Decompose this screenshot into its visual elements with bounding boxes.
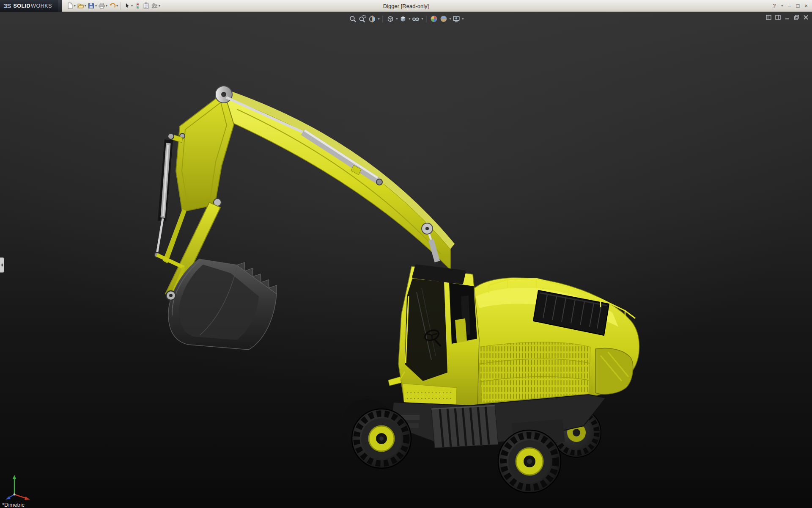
heads-up-view-toolbar: ▾ ▾ ▾ ▾ ▾ ▾ — [348, 14, 464, 23]
triad-y-axis — [13, 475, 16, 479]
triad-x-axis — [25, 497, 30, 500]
cab-side-window — [449, 283, 477, 344]
maximize-button[interactable]: □ — [796, 3, 800, 8]
save-button[interactable]: ▾ — [87, 1, 97, 11]
minimize-button[interactable]: – — [788, 3, 791, 8]
brand-name-light: WORKS — [31, 3, 52, 9]
section-view-caret[interactable]: ▾ — [378, 17, 379, 21]
bucket-linkage — [157, 255, 184, 268]
view-settings-button[interactable] — [452, 14, 461, 23]
titlebar-controls: ? ▾ – □ × — [773, 3, 812, 8]
save-caret[interactable]: ▾ — [95, 4, 97, 8]
reference-triad — [3, 468, 38, 501]
apply-scene-caret[interactable]: ▾ — [450, 17, 451, 21]
flyout-arrow-icon — [1, 263, 3, 267]
view-settings-caret[interactable]: ▾ — [462, 17, 464, 21]
digger-boom[interactable] — [176, 86, 455, 270]
display-style-button[interactable] — [398, 14, 407, 23]
brand-name-bold: SOLID — [13, 3, 30, 9]
rear-wheel[interactable] — [498, 430, 561, 493]
clipboard-button[interactable] — [142, 1, 150, 11]
model-digger[interactable] — [0, 12, 812, 508]
new-document-caret[interactable]: ▾ — [74, 4, 76, 8]
side-vent-grille — [478, 342, 590, 403]
close-button[interactable]: × — [804, 3, 808, 8]
digger-cab[interactable] — [388, 266, 479, 408]
zoom-to-area-button[interactable] — [358, 14, 367, 23]
undo-caret[interactable]: ▾ — [116, 4, 118, 8]
hide-show-items-button[interactable] — [411, 14, 420, 23]
document-title: Digger [Read-only] — [383, 3, 429, 9]
restore-left-pane-button[interactable] — [766, 15, 771, 21]
graphics-viewport[interactable]: ▾ ▾ ▾ ▾ ▾ ▾ — [0, 12, 812, 508]
open-caret[interactable]: ▾ — [85, 4, 86, 8]
view-orientation-button[interactable] — [386, 14, 395, 23]
select-button[interactable]: ▾ — [123, 1, 133, 11]
hide-show-items-caret[interactable]: ▾ — [422, 17, 423, 21]
view-orientation-label: *Dimetric — [2, 502, 25, 508]
display-style-caret[interactable]: ▾ — [409, 17, 410, 21]
help-button[interactable]: ? — [773, 3, 776, 8]
open-button[interactable]: ▾ — [77, 1, 87, 11]
digger-body[interactable] — [469, 278, 639, 408]
3ds-logo-icon: ЗS — [3, 2, 11, 9]
new-document-button[interactable]: ▾ — [66, 1, 76, 11]
solidworks-logo: ЗS SOLID WORKS — [0, 0, 58, 12]
boom-beam — [214, 97, 450, 270]
hud-separator-2 — [426, 16, 427, 22]
document-window-controls — [766, 15, 809, 21]
feature-manager-flyout-tab[interactable] — [0, 257, 4, 273]
cab-windshield — [405, 279, 447, 381]
view-orientation-caret[interactable]: ▾ — [396, 17, 398, 21]
zoom-to-fit-button[interactable] — [348, 14, 357, 23]
boom-head-plate — [176, 92, 234, 212]
xpress-tools-button[interactable] — [134, 1, 142, 11]
undo-button[interactable]: ▾ — [108, 1, 118, 11]
doc-minimize-button[interactable] — [785, 15, 790, 21]
solidworks-window: ЗS SOLID WORKS ▾ ▾ ▾ ▾ ▾ — [0, 0, 812, 508]
select-caret[interactable]: ▾ — [131, 4, 133, 8]
hud-separator — [382, 16, 383, 22]
print-button[interactable]: ▾ — [98, 1, 108, 11]
title-bar: ЗS SOLID WORKS ▾ ▾ ▾ ▾ ▾ — [0, 0, 812, 12]
chassis-slats — [431, 406, 498, 448]
section-view-button[interactable] — [368, 14, 376, 23]
toolbar-separator — [121, 2, 121, 10]
doc-restore-button[interactable] — [794, 15, 799, 21]
bucket[interactable] — [168, 259, 277, 350]
main-toolbar: ▾ ▾ ▾ ▾ ▾ ▾ — [62, 1, 161, 11]
edit-appearance-button[interactable] — [430, 14, 439, 23]
doc-close-button[interactable] — [803, 15, 809, 21]
options-button[interactable]: ▾ — [151, 1, 161, 11]
print-caret[interactable]: ▾ — [106, 4, 107, 8]
logo-flyout-strip[interactable] — [58, 0, 62, 12]
help-caret[interactable]: ▾ — [781, 4, 783, 8]
apply-scene-button[interactable] — [439, 14, 448, 23]
options-caret[interactable]: ▾ — [159, 4, 160, 8]
front-wheel[interactable] — [352, 409, 411, 468]
restore-right-pane-button[interactable] — [775, 15, 781, 21]
